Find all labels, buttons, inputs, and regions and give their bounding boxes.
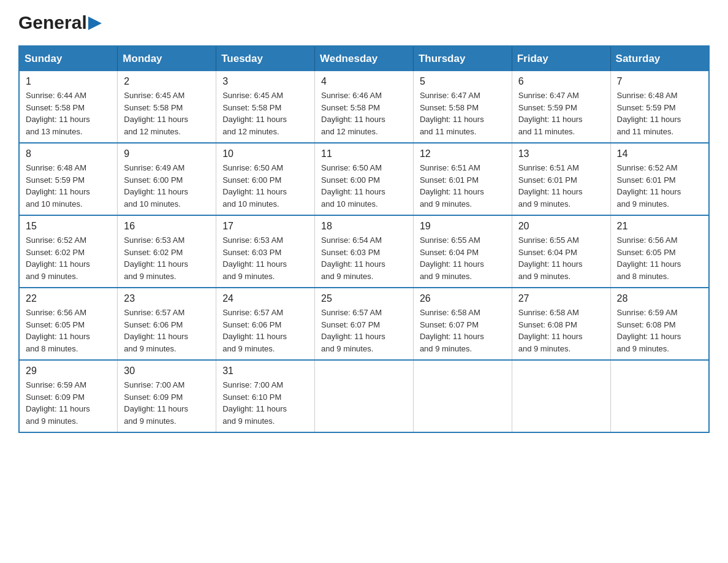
calendar-cell: 28 Sunrise: 6:59 AM Sunset: 6:08 PM Dayl…	[610, 288, 709, 360]
calendar-cell: 13 Sunrise: 6:51 AM Sunset: 6:01 PM Dayl…	[512, 143, 610, 215]
calendar-cell: 29 Sunrise: 6:59 AM Sunset: 6:09 PM Dayl…	[19, 360, 118, 432]
calendar-cell: 11 Sunrise: 6:50 AM Sunset: 6:00 PM Dayl…	[315, 143, 414, 215]
calendar-cell: 5 Sunrise: 6:47 AM Sunset: 5:58 PM Dayli…	[413, 71, 512, 143]
day-number: 25	[321, 293, 407, 304]
logo-top-row: General	[18, 12, 129, 33]
calendar-cell: 3 Sunrise: 6:45 AM Sunset: 5:58 PM Dayli…	[216, 71, 315, 143]
day-number: 21	[617, 221, 702, 232]
day-number: 23	[124, 293, 210, 304]
calendar-cell: 21 Sunrise: 6:56 AM Sunset: 6:05 PM Dayl…	[610, 215, 709, 288]
calendar-cell: 30 Sunrise: 7:00 AM Sunset: 6:09 PM Dayl…	[118, 360, 216, 432]
day-info: Sunrise: 6:46 AM Sunset: 5:58 PM Dayligh…	[321, 90, 407, 137]
calendar-cell: 8 Sunrise: 6:48 AM Sunset: 5:59 PM Dayli…	[19, 143, 118, 215]
calendar-cell: 9 Sunrise: 6:49 AM Sunset: 6:00 PM Dayli…	[118, 143, 216, 215]
calendar-cell: 6 Sunrise: 6:47 AM Sunset: 5:59 PM Dayli…	[512, 71, 610, 143]
calendar-cell: 2 Sunrise: 6:45 AM Sunset: 5:58 PM Dayli…	[118, 71, 216, 143]
day-number: 28	[617, 293, 702, 304]
calendar-cell	[610, 360, 709, 432]
day-info: Sunrise: 6:59 AM Sunset: 6:08 PM Dayligh…	[617, 307, 702, 354]
calendar-header-thursday: Thursday	[413, 46, 512, 71]
day-number: 13	[518, 148, 604, 159]
calendar-cell: 26 Sunrise: 6:58 AM Sunset: 6:07 PM Dayl…	[413, 288, 512, 360]
calendar-cell: 19 Sunrise: 6:55 AM Sunset: 6:04 PM Dayl…	[413, 215, 512, 288]
day-number: 18	[321, 221, 407, 232]
day-number: 30	[124, 366, 210, 377]
calendar-header-sunday: Sunday	[19, 46, 118, 71]
day-info: Sunrise: 6:58 AM Sunset: 6:07 PM Dayligh…	[420, 307, 506, 354]
day-info: Sunrise: 6:54 AM Sunset: 6:03 PM Dayligh…	[321, 234, 407, 282]
day-info: Sunrise: 6:45 AM Sunset: 5:58 PM Dayligh…	[222, 90, 308, 137]
day-info: Sunrise: 6:50 AM Sunset: 6:00 PM Dayligh…	[321, 162, 407, 210]
day-info: Sunrise: 6:57 AM Sunset: 6:07 PM Dayligh…	[321, 307, 407, 354]
day-number: 24	[222, 293, 308, 304]
calendar-week-row-4: 22 Sunrise: 6:56 AM Sunset: 6:05 PM Dayl…	[19, 288, 709, 360]
day-number: 26	[420, 293, 506, 304]
page-header: General Blue	[18, 12, 710, 33]
day-number: 1	[26, 76, 111, 87]
day-info: Sunrise: 6:52 AM Sunset: 6:01 PM Dayligh…	[617, 162, 702, 210]
day-number: 17	[222, 221, 308, 232]
day-number: 4	[321, 76, 407, 87]
calendar-table: SundayMondayTuesdayWednesdayThursdayFrid…	[18, 45, 710, 433]
day-number: 31	[222, 366, 308, 377]
calendar-header-monday: Monday	[118, 46, 216, 71]
calendar-cell: 12 Sunrise: 6:51 AM Sunset: 6:01 PM Dayl…	[413, 143, 512, 215]
calendar-cell: 18 Sunrise: 6:54 AM Sunset: 6:03 PM Dayl…	[315, 215, 414, 288]
calendar-cell: 4 Sunrise: 6:46 AM Sunset: 5:58 PM Dayli…	[315, 71, 414, 143]
day-info: Sunrise: 6:47 AM Sunset: 5:59 PM Dayligh…	[518, 90, 604, 137]
day-info: Sunrise: 6:44 AM Sunset: 5:58 PM Dayligh…	[26, 90, 111, 137]
day-info: Sunrise: 6:50 AM Sunset: 6:00 PM Dayligh…	[222, 162, 308, 210]
day-number: 6	[518, 76, 604, 87]
day-number: 5	[420, 76, 506, 87]
day-number: 14	[617, 148, 702, 159]
calendar-cell: 1 Sunrise: 6:44 AM Sunset: 5:58 PM Dayli…	[19, 71, 118, 143]
logo-arrow-icon	[88, 17, 102, 30]
calendar-cell: 17 Sunrise: 6:53 AM Sunset: 6:03 PM Dayl…	[216, 215, 315, 288]
logo-general-part: General	[18, 12, 87, 33]
calendar-header-saturday: Saturday	[610, 46, 709, 71]
day-number: 7	[617, 76, 702, 87]
calendar-cell: 24 Sunrise: 6:57 AM Sunset: 6:06 PM Dayl…	[216, 288, 315, 360]
calendar-week-row-5: 29 Sunrise: 6:59 AM Sunset: 6:09 PM Dayl…	[19, 360, 709, 432]
day-info: Sunrise: 6:53 AM Sunset: 6:03 PM Dayligh…	[222, 234, 308, 282]
calendar-cell: 27 Sunrise: 6:58 AM Sunset: 6:08 PM Dayl…	[512, 288, 610, 360]
day-info: Sunrise: 6:52 AM Sunset: 6:02 PM Dayligh…	[26, 234, 111, 282]
day-number: 12	[420, 148, 506, 159]
day-number: 27	[518, 293, 604, 304]
day-number: 8	[26, 148, 111, 159]
day-info: Sunrise: 6:51 AM Sunset: 6:01 PM Dayligh…	[518, 162, 604, 210]
day-info: Sunrise: 7:00 AM Sunset: 6:10 PM Dayligh…	[222, 379, 308, 427]
calendar-cell: 22 Sunrise: 6:56 AM Sunset: 6:05 PM Dayl…	[19, 288, 118, 360]
calendar-week-row-3: 15 Sunrise: 6:52 AM Sunset: 6:02 PM Dayl…	[19, 215, 709, 288]
day-info: Sunrise: 7:00 AM Sunset: 6:09 PM Dayligh…	[124, 379, 210, 427]
calendar-cell: 7 Sunrise: 6:48 AM Sunset: 5:59 PM Dayli…	[610, 71, 709, 143]
day-number: 29	[26, 366, 111, 377]
day-info: Sunrise: 6:59 AM Sunset: 6:09 PM Dayligh…	[26, 379, 111, 427]
calendar-cell	[315, 360, 414, 432]
calendar-cell	[512, 360, 610, 432]
day-number: 16	[124, 221, 210, 232]
calendar-cell: 16 Sunrise: 6:53 AM Sunset: 6:02 PM Dayl…	[118, 215, 216, 288]
calendar-cell: 10 Sunrise: 6:50 AM Sunset: 6:00 PM Dayl…	[216, 143, 315, 215]
calendar-week-row-1: 1 Sunrise: 6:44 AM Sunset: 5:58 PM Dayli…	[19, 71, 709, 143]
day-number: 10	[222, 148, 308, 159]
day-number: 2	[124, 76, 210, 87]
day-info: Sunrise: 6:56 AM Sunset: 6:05 PM Dayligh…	[26, 307, 111, 354]
day-info: Sunrise: 6:48 AM Sunset: 5:59 PM Dayligh…	[26, 162, 111, 210]
calendar-header-row: SundayMondayTuesdayWednesdayThursdayFrid…	[19, 46, 709, 71]
day-number: 22	[26, 293, 111, 304]
day-info: Sunrise: 6:58 AM Sunset: 6:08 PM Dayligh…	[518, 307, 604, 354]
day-info: Sunrise: 6:51 AM Sunset: 6:01 PM Dayligh…	[420, 162, 506, 210]
day-number: 20	[518, 221, 604, 232]
calendar-cell: 23 Sunrise: 6:57 AM Sunset: 6:06 PM Dayl…	[118, 288, 216, 360]
calendar-cell	[413, 360, 512, 432]
calendar-cell: 14 Sunrise: 6:52 AM Sunset: 6:01 PM Dayl…	[610, 143, 709, 215]
day-info: Sunrise: 6:49 AM Sunset: 6:00 PM Dayligh…	[124, 162, 210, 210]
day-info: Sunrise: 6:55 AM Sunset: 6:04 PM Dayligh…	[420, 234, 506, 282]
calendar-cell: 31 Sunrise: 7:00 AM Sunset: 6:10 PM Dayl…	[216, 360, 315, 432]
day-number: 19	[420, 221, 506, 232]
day-number: 11	[321, 148, 407, 159]
svg-marker-0	[88, 17, 102, 30]
calendar-week-row-2: 8 Sunrise: 6:48 AM Sunset: 5:59 PM Dayli…	[19, 143, 709, 215]
calendar-header-tuesday: Tuesday	[216, 46, 315, 71]
